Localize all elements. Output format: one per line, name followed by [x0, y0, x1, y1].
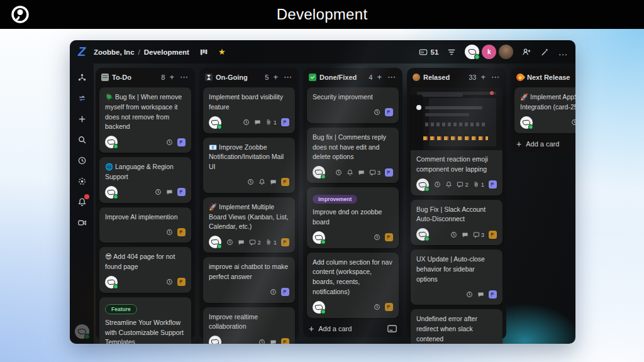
clock-icon[interactable] — [270, 288, 277, 295]
attachment-icon[interactable]: 1 — [473, 181, 484, 188]
card[interactable]: Add column section for nav content (work… — [307, 253, 399, 318]
card[interactable]: Comment reaction emoji component over la… — [411, 87, 502, 195]
card[interactable]: ImprovementImprove dnd on zoobbe board — [307, 187, 399, 248]
clock-icon[interactable] — [374, 109, 380, 116]
clock-icon[interactable] — [166, 278, 173, 285]
flag-orange-icon[interactable] — [385, 233, 393, 241]
bell-icon[interactable] — [258, 178, 265, 185]
card[interactable]: Implement board visibility feature1 — [203, 87, 295, 133]
card-label-improvement[interactable]: Improvement — [313, 195, 357, 204]
flag-orange-icon[interactable] — [281, 338, 289, 344]
automation-wand-icon[interactable] — [540, 47, 550, 57]
comment-icon[interactable] — [358, 169, 365, 176]
bell-icon[interactable] — [445, 181, 452, 188]
clock-icon[interactable] — [166, 229, 173, 236]
flag-purple-icon[interactable] — [489, 290, 497, 299]
card-member-avatar[interactable] — [209, 336, 221, 344]
column-more-icon[interactable]: ⋯ — [490, 74, 501, 80]
card[interactable]: Bug Fix | Slack Account Auto-Disconnect3 — [411, 200, 502, 246]
column-more-icon[interactable]: ⋯ — [282, 74, 293, 80]
card[interactable]: FeatureStreamline Your Workflow with Cus… — [99, 297, 191, 344]
history-icon[interactable] — [77, 155, 87, 165]
card-count-chip[interactable]: 51 — [419, 48, 439, 57]
card-label-feature[interactable]: Feature — [105, 304, 137, 314]
clock-icon[interactable] — [155, 189, 162, 195]
flag-orange-icon[interactable] — [177, 278, 186, 286]
card-member-avatar[interactable] — [416, 228, 429, 241]
flag-purple-icon[interactable] — [385, 108, 393, 116]
card-member-avatar[interactable] — [105, 276, 118, 288]
zoobbe-logo[interactable]: Z — [70, 45, 94, 59]
card-member-avatar[interactable] — [313, 301, 325, 314]
clock-icon[interactable] — [243, 119, 250, 126]
bell-icon[interactable] — [347, 169, 353, 176]
card[interactable]: improve ai chatbot to make perfect answe… — [203, 257, 295, 303]
comment-icon[interactable] — [270, 339, 277, 344]
announce-icon[interactable] — [77, 217, 87, 228]
breadcrumb-workspace[interactable]: Zoobbe, Inc — [94, 48, 135, 56]
flag-purple-icon[interactable] — [385, 168, 393, 177]
clock-icon[interactable] — [434, 181, 441, 188]
avatar-member-3[interactable] — [499, 45, 513, 59]
chat-icon[interactable]: 2 — [457, 181, 468, 188]
flag-purple-icon[interactable] — [281, 118, 289, 126]
comment-icon[interactable] — [270, 178, 277, 185]
card[interactable]: 🌐 Language & Region Support — [99, 157, 191, 203]
column-add-icon[interactable]: + — [272, 74, 279, 80]
add-card-button[interactable]: +Add a card — [307, 323, 399, 333]
flag-purple-icon[interactable] — [177, 138, 186, 146]
card-member-avatar[interactable] — [520, 116, 533, 129]
flag-orange-icon[interactable] — [281, 238, 289, 246]
settings-icon[interactable] — [77, 176, 87, 186]
comment-icon[interactable] — [462, 231, 469, 238]
comment-icon[interactable] — [254, 119, 261, 126]
clock-icon[interactable] — [374, 234, 380, 241]
sync-icon[interactable] — [77, 93, 87, 103]
card-member-avatar[interactable] — [105, 186, 118, 199]
card[interactable]: Undefined error after redirect when slac… — [411, 309, 502, 344]
chat-icon[interactable]: 2 — [249, 239, 260, 246]
flag-orange-icon[interactable] — [385, 303, 393, 311]
flag-purple-icon[interactable] — [489, 180, 497, 189]
comment-icon[interactable] — [166, 189, 173, 195]
clock-icon[interactable] — [258, 339, 265, 344]
card-member-avatar[interactable] — [105, 136, 118, 148]
clock-icon[interactable] — [226, 239, 233, 246]
comment-icon[interactable] — [477, 291, 484, 298]
clock-icon[interactable] — [335, 169, 342, 176]
card-member-avatar[interactable] — [313, 231, 325, 244]
clock-icon[interactable] — [374, 304, 380, 310]
add-card-button[interactable]: +Add a card — [514, 138, 575, 148]
column-add-icon[interactable]: + — [375, 74, 383, 80]
card[interactable]: Security improvment — [307, 87, 399, 123]
chat-icon[interactable]: 3 — [369, 169, 380, 176]
clock-icon[interactable] — [247, 178, 254, 185]
card[interactable]: 📧 Improve Zoobbe Notification/Invitation… — [203, 138, 295, 193]
attachment-icon[interactable]: 1 — [265, 239, 277, 246]
avatar-member-2[interactable]: k — [482, 45, 496, 59]
column-add-icon[interactable]: + — [168, 74, 175, 80]
card-member-avatar[interactable] — [209, 116, 221, 129]
card-template-icon[interactable] — [387, 325, 397, 332]
add-member-icon[interactable] — [522, 47, 531, 57]
card-member-avatar[interactable] — [313, 166, 325, 178]
column-more-icon[interactable]: ⋯ — [179, 74, 189, 80]
notifications-icon[interactable] — [77, 197, 87, 207]
card-member-avatar[interactable] — [209, 236, 221, 248]
card[interactable]: Improve AI implemention — [99, 207, 191, 243]
filter-icon[interactable] — [447, 48, 456, 57]
flag-orange-icon[interactable] — [489, 231, 497, 239]
chat-icon[interactable]: 3 — [473, 231, 484, 238]
add-icon[interactable] — [77, 114, 87, 124]
clock-icon[interactable] — [466, 291, 473, 298]
clock-icon[interactable] — [450, 231, 457, 238]
column-more-icon[interactable]: ⋯ — [386, 74, 397, 80]
card[interactable]: 😎 Add 404 page for not found page — [99, 247, 191, 293]
card[interactable]: Bug fix | Comments reply does not have e… — [307, 128, 399, 183]
flag-orange-icon[interactable] — [281, 178, 289, 186]
workspace-icon[interactable] — [77, 72, 87, 82]
card[interactable]: 🚀 Implement Multiple Board Views (Kanban… — [203, 197, 295, 253]
clock-icon[interactable] — [571, 119, 575, 126]
avatar-member-1[interactable] — [465, 45, 479, 59]
comment-icon[interactable] — [238, 239, 245, 246]
